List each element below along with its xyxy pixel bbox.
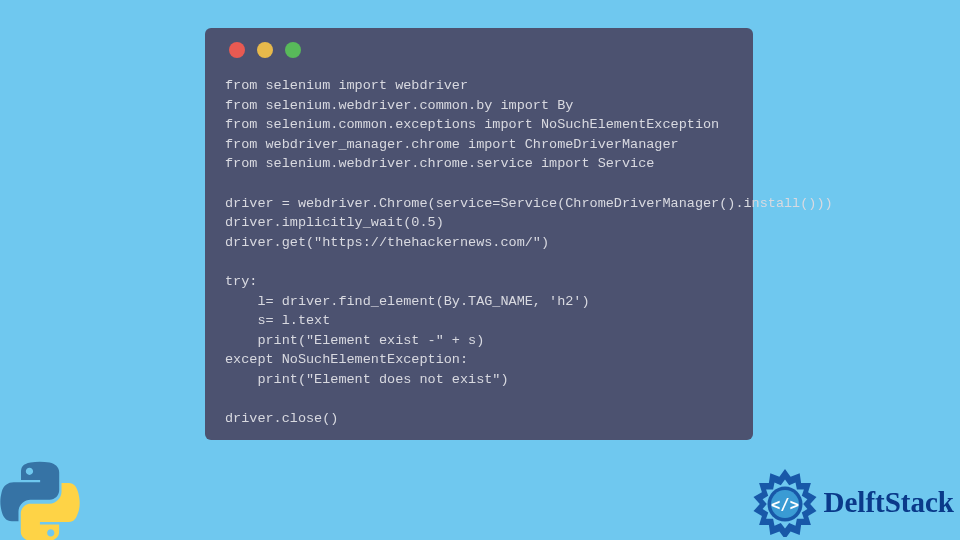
code-block: from selenium import webdriver from sele… <box>225 76 733 429</box>
close-dot-icon <box>229 42 245 58</box>
maximize-dot-icon <box>285 42 301 58</box>
python-logo-icon <box>0 460 80 540</box>
delftstack-gear-icon: </> <box>750 467 820 537</box>
window-controls <box>229 42 733 58</box>
minimize-dot-icon <box>257 42 273 58</box>
delftstack-brand: </> DelftStack <box>750 467 954 537</box>
svg-text:</>: </> <box>771 496 799 514</box>
code-window: from selenium import webdriver from sele… <box>205 28 753 440</box>
brand-name: DelftStack <box>824 486 954 519</box>
